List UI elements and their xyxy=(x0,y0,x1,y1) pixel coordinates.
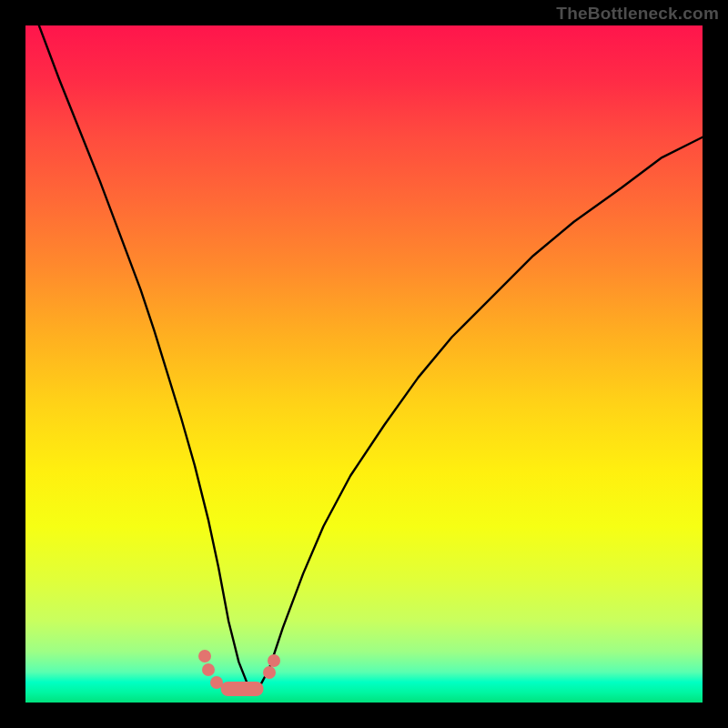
curve-marker-dot xyxy=(202,663,215,676)
curve-marker-dot xyxy=(268,654,280,667)
plot-area xyxy=(25,25,703,703)
watermark-text: TheBottleneck.com xyxy=(556,4,719,24)
valley-marker-pill xyxy=(221,682,264,696)
curve-marker-dot xyxy=(198,650,211,662)
outer-frame: TheBottleneck.com xyxy=(0,0,728,728)
curve-marker-dot xyxy=(263,666,276,679)
bottleneck-curve xyxy=(39,25,703,688)
curve-svg xyxy=(25,25,703,703)
